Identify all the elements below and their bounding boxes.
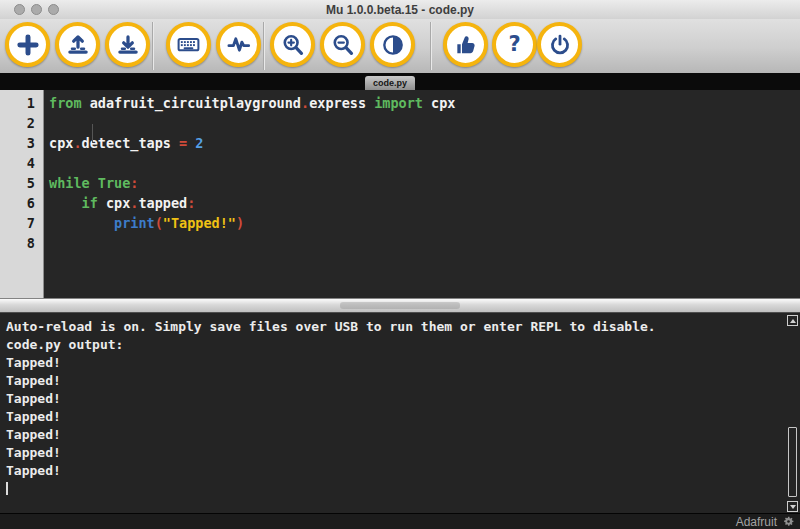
zoom-out-button[interactable] <box>320 22 365 67</box>
zoom-window-button[interactable] <box>48 4 59 15</box>
toolbar-separator <box>430 22 431 70</box>
repl-line: Tapped! <box>6 408 784 426</box>
line-number: 6 <box>0 193 35 213</box>
code-line: cpx.detect_taps = 2 <box>49 133 800 153</box>
line-number: 3 <box>0 133 35 153</box>
code-line: if cpx.tapped: <box>49 193 800 213</box>
repl-line: code.py output: <box>6 336 784 354</box>
thumbs-up-icon <box>453 32 479 58</box>
magnifier-minus-icon <box>330 32 356 58</box>
upload-icon <box>65 32 91 58</box>
code-line: print("Tapped!") <box>49 213 800 233</box>
indent-guide <box>92 124 93 143</box>
serial-output-panel[interactable]: Auto-reload is on. Simply save files ove… <box>0 313 800 513</box>
line-number: 8 <box>0 233 35 253</box>
tab-bar: code.py <box>0 73 800 90</box>
new-button[interactable] <box>5 22 50 67</box>
terminal-cursor <box>6 482 8 495</box>
line-number: 7 <box>0 213 35 233</box>
line-number: 5 <box>0 173 35 193</box>
power-icon <box>547 32 573 58</box>
code-line <box>49 113 800 133</box>
code-line: while True: <box>49 173 800 193</box>
code-editor[interactable]: 12345678 from adafruit_circuitplayground… <box>0 90 800 298</box>
theme-button[interactable] <box>370 22 415 67</box>
repl-line: Tapped! <box>6 372 784 390</box>
plotter-button[interactable] <box>216 22 261 67</box>
chevron-down-icon <box>790 505 796 509</box>
toolbar-separator <box>152 22 153 70</box>
traffic-lights <box>14 4 59 15</box>
line-number: 1 <box>0 93 35 113</box>
keyboard-icon <box>175 31 202 58</box>
mode-label: Adafruit <box>736 515 777 529</box>
tab-code-py[interactable]: code.py <box>365 76 415 90</box>
window-title: Mu 1.0.0.beta.15 - code.py <box>326 3 474 17</box>
code-line <box>49 153 800 173</box>
code-line <box>49 233 800 253</box>
line-number: 4 <box>0 153 35 173</box>
repl-cursor-line <box>6 480 784 498</box>
code-lines[interactable]: from adafruit_circuitplayground.express … <box>44 90 800 298</box>
load-button[interactable] <box>55 22 100 67</box>
serial-button[interactable] <box>166 22 211 67</box>
line-number-gutter: 12345678 <box>0 90 44 298</box>
scrollbar-down-button[interactable] <box>787 501 798 512</box>
contrast-icon <box>380 32 406 58</box>
status-bar: Adafruit <box>0 513 800 529</box>
mu-editor-window: Mu 1.0.0.beta.15 - code.py ? code.py 123… <box>0 0 800 529</box>
scrollbar-thumb[interactable] <box>788 427 797 497</box>
magnifier-plus-icon <box>280 32 306 58</box>
repl-line: Tapped! <box>6 426 784 444</box>
repl-line: Tapped! <box>6 390 784 408</box>
repl-line: Tapped! <box>6 462 784 480</box>
save-button[interactable] <box>105 22 150 67</box>
line-number: 2 <box>0 113 35 133</box>
minimize-window-button[interactable] <box>31 4 42 15</box>
gear-icon[interactable] <box>782 515 795 528</box>
close-window-button[interactable] <box>14 4 25 15</box>
toolbar: ? <box>0 19 800 73</box>
chevron-up-icon <box>790 319 796 323</box>
pane-splitter[interactable] <box>0 298 800 313</box>
repl-line: Tapped! <box>6 444 784 462</box>
tab-label: code.py <box>373 78 407 88</box>
check-button[interactable] <box>443 22 488 67</box>
repl-line: Auto-reload is on. Simply save files ove… <box>6 318 784 336</box>
pulse-icon <box>225 31 252 58</box>
code-line: from adafruit_circuitplayground.express … <box>49 93 800 113</box>
help-button[interactable]: ? <box>492 22 537 67</box>
repl-lines: Auto-reload is on. Simply save files ove… <box>6 318 784 480</box>
quit-button[interactable] <box>537 22 582 67</box>
download-icon <box>115 32 141 58</box>
toolbar-separator <box>263 22 264 70</box>
repl-line: Tapped! <box>6 354 784 372</box>
scrollbar-up-button[interactable] <box>787 315 798 326</box>
title-bar: Mu 1.0.0.beta.15 - code.py <box>0 0 800 20</box>
zoom-in-button[interactable] <box>270 22 315 67</box>
question-icon: ? <box>508 34 520 55</box>
plus-icon <box>15 32 41 58</box>
